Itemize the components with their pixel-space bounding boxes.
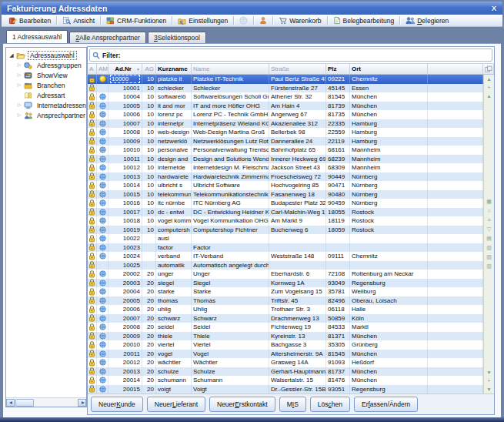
grid-row-10006[interactable]: 1000610lorenz pcLorenz PC - Technik GmbH…	[88, 110, 483, 119]
tree-collapsed-arrow-icon[interactable]: ▷	[16, 60, 22, 70]
scroll-right-icon[interactable]	[78, 399, 86, 407]
jump-down-icon[interactable]: ▼	[486, 387, 491, 392]
grid-row-20009[interactable]: 2000920thieleThieleKyreinstr. 1381371Mün…	[88, 332, 483, 341]
search-icon[interactable]: ○	[487, 208, 490, 214]
list-icon[interactable]: ≡	[487, 217, 490, 223]
column-header-am[interactable]: AM	[97, 64, 108, 74]
toolbar-button-ansicht[interactable]: Ansicht	[58, 15, 98, 26]
close-button[interactable]: X	[489, 3, 499, 13]
tab-3-selektionspool[interactable]: 3 Selektionspool	[148, 32, 206, 43]
column-header-strasse[interactable]: Straße	[269, 64, 326, 74]
tree-item-showview[interactable]: ▷ShowView	[6, 70, 86, 80]
tab-1-adressauswahl[interactable]: 1 Adressauswahl	[6, 30, 68, 43]
grid-row-20002[interactable]: 2000220ungerUngerEberhardstr. 672108Rott…	[88, 270, 483, 279]
layout-icon[interactable]: ▤	[486, 236, 492, 242]
column-header-lock[interactable]: A	[88, 64, 97, 74]
insert-icon[interactable]: +	[488, 378, 491, 383]
tree-item-adressauswahl[interactable]: ◢Adressauswahl	[6, 50, 86, 60]
toolbar-button-delegieren[interactable]: Delegieren	[402, 15, 452, 26]
tree-collapsed-arrow-icon[interactable]: ▷	[16, 80, 22, 90]
button-erfassen-ndern[interactable]: Erfassen/Ändern	[354, 397, 418, 412]
grid-row-20015[interactable]: 2001520voigtVoigtDr.-Gessler-Str. 15B930…	[88, 385, 483, 394]
column-chooser-button[interactable]	[483, 64, 494, 74]
grid-row-10012[interactable]: 1001210internetdeInternetdesign M. Fleis…	[88, 163, 483, 172]
column-header-name[interactable]: Name	[192, 64, 269, 74]
grid-row-20005[interactable]: 2000520thomasThomasTriftstr. 4582496Ober…	[88, 296, 483, 306]
button-l-schen[interactable]: Löschen	[310, 397, 350, 412]
columns-icon[interactable]: ▦	[486, 199, 492, 205]
column-header-plz[interactable]: Plz	[326, 64, 350, 74]
tree-item-ansprechpartner[interactable]: ▷Ansprechpartner	[6, 110, 86, 120]
button-neuer-lieferant[interactable]: Neuer Lieferant	[147, 397, 205, 412]
grid-row-10011[interactable]: 1001110design andDesign and Solutions We…	[88, 155, 483, 164]
grid-row-20003[interactable]: 2000320siegelSiegelKornweg 1A93049Regens…	[88, 279, 483, 288]
grid-row-10016[interactable]: 1001610itc nürnbeITC Nürnberg AGBudapest…	[88, 199, 483, 208]
column-header-kurzname[interactable]: Kurzname	[156, 64, 192, 74]
grid-scroll-strip[interactable]: ▲+▲▦○≡▽▤▥▥▥▼+▼	[483, 75, 494, 394]
tree-item-adressart[interactable]: Adressart	[6, 90, 86, 100]
record-icon[interactable]: ▥	[486, 263, 492, 270]
column-header-filler[interactable]	[428, 64, 483, 74]
tree-collapsed-arrow-icon[interactable]: ▷	[16, 100, 22, 110]
tree-item-branchen[interactable]: ▷Branchen	[6, 80, 86, 90]
grid-row-20004[interactable]: 2000420starkeStarkeZum Vogelsang 1535781…	[88, 287, 483, 296]
tree-item-internetadressen[interactable]: ▷Internetadressen	[6, 100, 86, 110]
button-mis[interactable]: MIS	[279, 397, 306, 412]
grid-row-10001[interactable]: 1000110schleckerSchleckerFürstenstraße 2…	[88, 84, 483, 93]
scroll-left-icon[interactable]	[6, 399, 15, 407]
scrollbar-thumb[interactable]	[15, 399, 34, 407]
grid-row-20010[interactable]: 2001020viertelViertelBachgasse 335305Grü…	[88, 340, 483, 350]
filter-input[interactable]	[123, 49, 492, 61]
grid-row-20007[interactable]: 2000720schwarzSchwarzDrachmenweg 1350859…	[88, 314, 483, 323]
grid-row-10024[interactable]: 10024verbandIT-VerbandWeststraße 1480911…	[88, 252, 483, 261]
tree-hscrollbar[interactable]	[6, 397, 86, 407]
tree-collapsed-arrow-icon[interactable]: ▷	[16, 110, 22, 120]
tree-item-adressgruppen[interactable]: ▷Adressgruppen	[6, 60, 86, 70]
jump-up-icon[interactable]: ▲	[486, 76, 491, 82]
grid-row-20014[interactable]: 2001420schumannSchumannWalsertalstr. 158…	[88, 376, 483, 385]
toolbar-button-warenkorb[interactable]: Warenkorb	[275, 15, 325, 26]
tree-expanded-arrow-icon[interactable]: ◢	[8, 50, 15, 60]
grid-row-10010[interactable]: 1001010personalvePersonalverwaltung Tren…	[88, 146, 483, 155]
grid-row-10009[interactable]: 1000910netzwerklöNetzwerklösungen Lutz R…	[88, 137, 483, 146]
filter-bar[interactable]: Filter:	[89, 49, 492, 62]
grid-row-10007[interactable]: 1000710internetprInternetpräsenz Wieland…	[88, 119, 483, 129]
scroll-up-icon[interactable]: ▲	[486, 93, 491, 99]
tree-collapsed-arrow-icon[interactable]: ▷	[16, 70, 22, 80]
toolbar-button-globe-faded[interactable]	[235, 15, 252, 26]
grid-row-10018[interactable]: 1001810vogel kommVogel Kommunikation OHG…	[88, 216, 483, 226]
record-icon[interactable]: ▥	[486, 254, 492, 260]
filter-icon[interactable]: ▽	[487, 226, 491, 233]
column-header-ag[interactable]: AG	[142, 64, 156, 74]
grid-row-10023[interactable]: 10023factorFactor	[88, 243, 483, 253]
grid-row-10000[interactable]: 1000010platzke itPlatzke IT-TechnikPaul …	[88, 75, 483, 84]
toolbar-button-einstellungen[interactable]: Einstellungen	[174, 15, 232, 26]
grid-row-10025[interactable]: 10025automatikAutomatisch angelegt durch…	[88, 261, 483, 270]
column-header-adnr[interactable]: Ad.Nr▼	[108, 64, 142, 74]
column-header-ort[interactable]: Ort	[350, 64, 428, 74]
grid-row-10013[interactable]: 1001310hardwareteHardwaretechnik Zimmerm…	[88, 172, 483, 182]
tab-2-alle-ansprechpartner[interactable]: 2 Alle Ansprechpartner	[69, 32, 146, 43]
button-neuer-erstkontakt[interactable]: Neuer Erstkontakt	[209, 397, 275, 412]
toolbar-button-bearbeiten[interactable]: Bearbeiten	[5, 15, 55, 26]
grid-row-10004[interactable]: 1000410softwarelöSoftwarelösungen Scholl…	[88, 92, 483, 102]
grid-row-20011[interactable]: 2001120vogelVogelAltersheimerstr. 9A8154…	[88, 350, 483, 359]
grid-row-10005[interactable]: 1000510it and morIT and more Höfler OHGA…	[88, 102, 483, 111]
inline-edit-adnr[interactable]: 10000	[110, 75, 140, 83]
grid-row-10019[interactable]: 1001910computershComputershop FichtnerBu…	[88, 226, 483, 235]
button-neuer-kunde[interactable]: Neuer Kunde	[91, 397, 143, 412]
toolbar-button-crm-funktionen[interactable]: CRM-Funktionen	[102, 15, 170, 26]
grid-row-10015[interactable]: 1001510telekommunTelekommunikationstechn…	[88, 190, 483, 199]
grid-row-20012[interactable]: 2001220wächtlerWächtlerGrasweg 14A91093H…	[88, 358, 483, 367]
grid-row-10017[interactable]: 1001710dc - entwiDC - Entwicklung Heidne…	[88, 208, 483, 217]
insert-icon[interactable]: +	[488, 85, 491, 90]
toolbar-button-belegbearbeitung[interactable]: Belegbearbeitung	[329, 15, 399, 26]
grid-row-20008[interactable]: 2000820seidelSeidelFichtenweg 1984533Mar…	[88, 323, 483, 332]
grid-row-10022[interactable]: 10022ausl	[88, 234, 483, 243]
grid-row-10008[interactable]: 1000810web-designWeb-Design Martina Groß…	[88, 128, 483, 137]
scroll-down-icon[interactable]: ▼	[486, 370, 491, 375]
grid-row-20006[interactable]: 2000620uhligUhligTrothaer Str. 306118Hal…	[88, 305, 483, 314]
grid-row-10014[interactable]: 1001410ulbricht sUlbricht SoftwareHochvo…	[88, 181, 483, 190]
toolbar-button-person[interactable]	[255, 15, 271, 26]
grid-row-20013[interactable]: 2001320schulzeSchulzeGerhart-Hauptmann-R…	[88, 367, 483, 377]
